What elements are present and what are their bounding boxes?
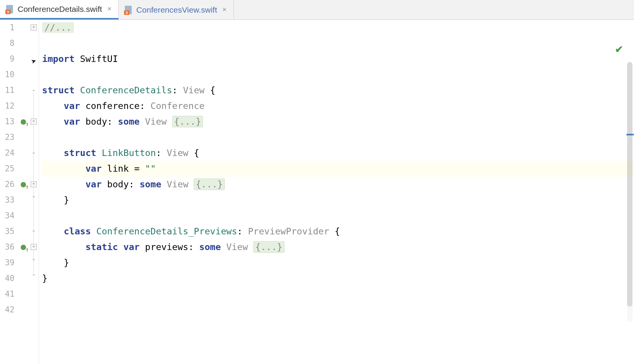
fold-column: + ⌄ + ⌄ + ⌃ ⌄ + ⌃ ⌃	[30, 20, 39, 364]
folded-region[interactable]: {...}	[253, 241, 284, 253]
code-line[interactable]: var body: some View {...}	[42, 177, 634, 192]
code-line[interactable]: import SwiftUI	[42, 51, 634, 67]
close-icon[interactable]: ×	[221, 6, 228, 14]
code-line[interactable]: var body: some View {...}	[42, 114, 634, 130]
fold-expand-icon[interactable]: +	[31, 244, 37, 250]
fold-expand-icon[interactable]: +	[31, 119, 37, 125]
swift-file-icon: S	[5, 5, 14, 13]
folded-region[interactable]: {...}	[194, 179, 225, 190]
code-line[interactable]: static var previews: some View {...}	[42, 239, 634, 255]
line-number: 41	[0, 286, 15, 302]
code-line[interactable]: }	[42, 192, 634, 208]
line-number: 11	[0, 83, 15, 98]
tab-label: ConferencesView.swift	[136, 5, 217, 15]
line-number: 23	[0, 130, 15, 145]
line-number: 12	[0, 98, 15, 114]
code-line[interactable]: }	[42, 271, 634, 286]
code-line[interactable]: //...	[42, 20, 634, 36]
fold-expand-icon[interactable]: +	[31, 181, 37, 187]
fold-collapse-icon[interactable]: ⌄	[31, 228, 37, 234]
fold-end-icon[interactable]: ⌃	[31, 274, 37, 280]
scrollbar-thumb[interactable]	[627, 62, 632, 307]
code-line[interactable]	[42, 302, 634, 318]
line-number: 42	[0, 302, 15, 318]
line-number: 35	[0, 224, 15, 239]
code-line[interactable]: struct ConferenceDetails: View {	[42, 83, 634, 98]
fold-end-icon[interactable]: ⌃	[31, 258, 37, 265]
swift-file-icon: S	[124, 6, 132, 14]
line-number-gutter: 1 8 9 10 11 12 13↑ 23 24 25 26↑ 33 34 35…	[0, 20, 30, 364]
line-number: 40	[0, 271, 15, 286]
line-number: 33	[0, 192, 15, 208]
line-number: 36↑	[0, 239, 15, 255]
code-line[interactable]: }	[42, 255, 634, 271]
line-number: 34	[0, 208, 15, 224]
fold-expand-icon[interactable]: +	[31, 24, 37, 31]
fold-collapse-icon[interactable]: ⌄	[31, 150, 37, 156]
inspection-ok-icon[interactable]: ✔	[615, 44, 623, 55]
tab-conference-details[interactable]: S ConferenceDetails.swift ×	[0, 0, 119, 20]
tab-conferences-view[interactable]: S ConferencesView.swift ×	[119, 0, 234, 20]
code-line[interactable]	[42, 286, 634, 302]
line-number: 8	[0, 36, 15, 51]
fold-end-icon[interactable]: ⌃	[31, 196, 37, 202]
code-line[interactable]: var link = ""	[42, 161, 634, 177]
close-icon[interactable]: ×	[106, 5, 113, 13]
code-line[interactable]	[42, 67, 634, 83]
fold-collapse-icon[interactable]: ⌄	[31, 87, 37, 93]
code-line[interactable]: struct LinkButton: View {	[42, 145, 634, 161]
code-area[interactable]: ➤ //... import SwiftUI struct Conference…	[39, 20, 634, 364]
editor: 1 8 9 10 11 12 13↑ 23 24 25 26↑ 33 34 35…	[0, 20, 634, 364]
line-number: 25	[0, 161, 15, 177]
line-number: 24	[0, 145, 15, 161]
line-number: 1	[0, 20, 15, 36]
code-line[interactable]: class ConferenceDetails_Previews: Previe…	[42, 224, 634, 239]
code-line[interactable]	[42, 208, 634, 224]
line-number: 26↑	[0, 177, 15, 192]
line-number: 10	[0, 67, 15, 83]
tab-bar: S ConferenceDetails.swift × S Conference…	[0, 0, 634, 20]
line-number: 39	[0, 255, 15, 271]
line-number: 13↑	[0, 114, 15, 130]
folded-region[interactable]: {...}	[172, 116, 203, 127]
code-line[interactable]	[42, 130, 634, 145]
tab-label: ConferenceDetails.swift	[18, 5, 102, 14]
line-number: 9	[0, 51, 15, 67]
code-line[interactable]	[42, 36, 634, 51]
code-line[interactable]: var conference: Conference	[42, 98, 634, 114]
